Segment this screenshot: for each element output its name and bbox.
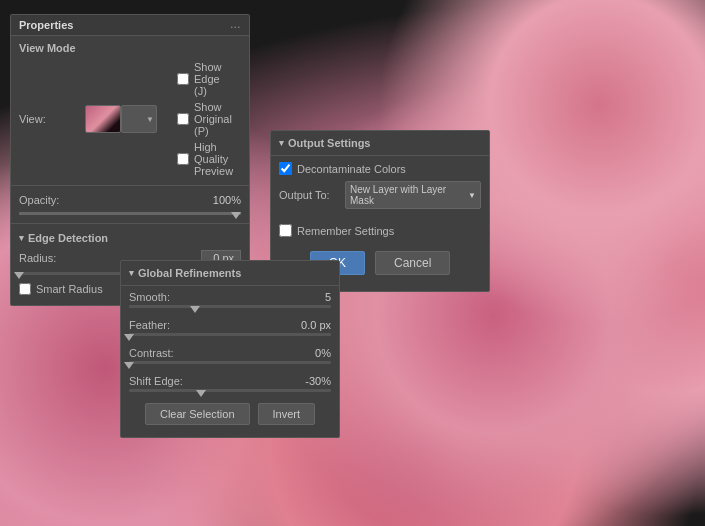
feather-row: Feather: 0.0 px bbox=[121, 311, 339, 332]
feather-slider-track[interactable] bbox=[129, 333, 331, 336]
feather-slider-thumb[interactable] bbox=[124, 334, 134, 341]
edge-detection-toggle[interactable]: ▾ Edge Detection bbox=[11, 228, 249, 248]
clear-selection-button[interactable]: Clear Selection bbox=[145, 403, 250, 425]
output-to-value: New Layer with Layer Mask bbox=[350, 184, 468, 206]
cancel-button[interactable]: Cancel bbox=[375, 251, 450, 275]
show-original-label: Show Original (P) bbox=[194, 101, 233, 137]
panel-dots: ... bbox=[230, 20, 241, 30]
shift-edge-label: Shift Edge: bbox=[129, 375, 189, 387]
remember-checkbox[interactable] bbox=[279, 224, 292, 237]
contrast-slider-container bbox=[121, 360, 339, 367]
dropdown-arrow-icon: ▼ bbox=[146, 115, 154, 124]
contrast-value: 0% bbox=[315, 347, 331, 359]
opacity-value: 100% bbox=[213, 194, 241, 206]
smooth-slider-track[interactable] bbox=[129, 305, 331, 308]
smooth-value: 5 bbox=[325, 291, 331, 303]
shift-edge-slider-track[interactable] bbox=[129, 389, 331, 392]
radius-slider-thumb[interactable] bbox=[14, 272, 24, 279]
smooth-label: Smooth: bbox=[129, 291, 189, 303]
global-arrow-icon: ▾ bbox=[129, 268, 134, 278]
show-original-checkbox[interactable] bbox=[177, 113, 189, 125]
view-mode-label: View Mode bbox=[11, 36, 249, 57]
output-to-dropdown[interactable]: New Layer with Layer Mask ▼ bbox=[345, 181, 481, 209]
divider-2 bbox=[11, 223, 249, 224]
divider-1 bbox=[11, 185, 249, 186]
feather-label: Feather: bbox=[129, 319, 189, 331]
properties-title: Properties bbox=[19, 19, 73, 31]
bottom-buttons: Clear Selection Invert bbox=[121, 395, 339, 427]
opacity-slider-track[interactable] bbox=[19, 212, 241, 215]
smooth-slider-container bbox=[121, 304, 339, 311]
edge-detection-label: Edge Detection bbox=[28, 232, 108, 244]
contrast-row: Contrast: 0% bbox=[121, 339, 339, 360]
global-refinements-panel: ▾ Global Refinements Smooth: 5 Feather: … bbox=[120, 260, 340, 438]
decontaminate-label: Decontaminate Colors bbox=[297, 163, 406, 175]
contrast-slider-thumb[interactable] bbox=[124, 362, 134, 369]
show-edge-row: Show Edge (J) bbox=[169, 59, 241, 99]
opacity-label: Opacity: bbox=[19, 194, 69, 206]
properties-panel-header: Properties ... bbox=[11, 15, 249, 36]
output-to-label: Output To: bbox=[279, 189, 339, 201]
edge-detection-arrow-icon: ▾ bbox=[19, 233, 24, 243]
show-edge-checkbox[interactable] bbox=[177, 73, 189, 85]
global-title: Global Refinements bbox=[138, 267, 241, 279]
invert-button[interactable]: Invert bbox=[258, 403, 316, 425]
high-quality-checkbox[interactable] bbox=[177, 153, 189, 165]
opacity-slider-container bbox=[11, 208, 249, 219]
contrast-slider-track[interactable] bbox=[129, 361, 331, 364]
contrast-label: Contrast: bbox=[129, 347, 189, 359]
output-to-row: Output To: New Layer with Layer Mask ▼ bbox=[271, 178, 489, 212]
high-quality-label: High Quality Preview bbox=[194, 141, 233, 177]
remember-row: Remember Settings bbox=[271, 218, 489, 243]
feather-slider-container bbox=[121, 332, 339, 339]
smooth-row: Smooth: 5 bbox=[121, 286, 339, 304]
opacity-slider-fill bbox=[19, 212, 241, 215]
view-control[interactable]: ▼ bbox=[85, 105, 157, 133]
output-title: Output Settings bbox=[288, 137, 371, 149]
smart-radius-label: Smart Radius bbox=[36, 283, 103, 295]
show-original-row: Show Original (P) bbox=[169, 99, 241, 139]
smooth-slider-thumb[interactable] bbox=[190, 306, 200, 313]
decontaminate-row: Decontaminate Colors bbox=[271, 156, 489, 178]
opacity-row: Opacity: 100% bbox=[11, 190, 249, 208]
output-dropdown-arrow-icon: ▼ bbox=[468, 191, 476, 200]
output-section-toggle[interactable]: ▾ Output Settings bbox=[271, 131, 489, 156]
view-thumbnail[interactable] bbox=[85, 105, 121, 133]
shift-edge-slider-thumb[interactable] bbox=[196, 390, 206, 397]
feather-value: 0.0 px bbox=[301, 319, 331, 331]
decontaminate-checkbox[interactable] bbox=[279, 162, 292, 175]
view-label: View: bbox=[19, 113, 79, 125]
output-arrow-icon: ▾ bbox=[279, 138, 284, 148]
shift-edge-value: -30% bbox=[305, 375, 331, 387]
smart-radius-checkbox[interactable] bbox=[19, 283, 31, 295]
opacity-slider-thumb[interactable] bbox=[231, 212, 241, 219]
shift-edge-row: Shift Edge: -30% bbox=[121, 367, 339, 388]
view-dropdown[interactable]: ▼ bbox=[121, 105, 157, 133]
show-edge-label: Show Edge (J) bbox=[194, 61, 233, 97]
global-section-toggle[interactable]: ▾ Global Refinements bbox=[121, 261, 339, 286]
remember-label: Remember Settings bbox=[297, 225, 394, 237]
shift-edge-slider-container bbox=[121, 388, 339, 395]
view-row: View: ▼ Show Edge (J) Show Original (P) … bbox=[11, 57, 249, 181]
high-quality-row: High Quality Preview bbox=[169, 139, 241, 179]
radius-label: Radius: bbox=[19, 252, 79, 264]
